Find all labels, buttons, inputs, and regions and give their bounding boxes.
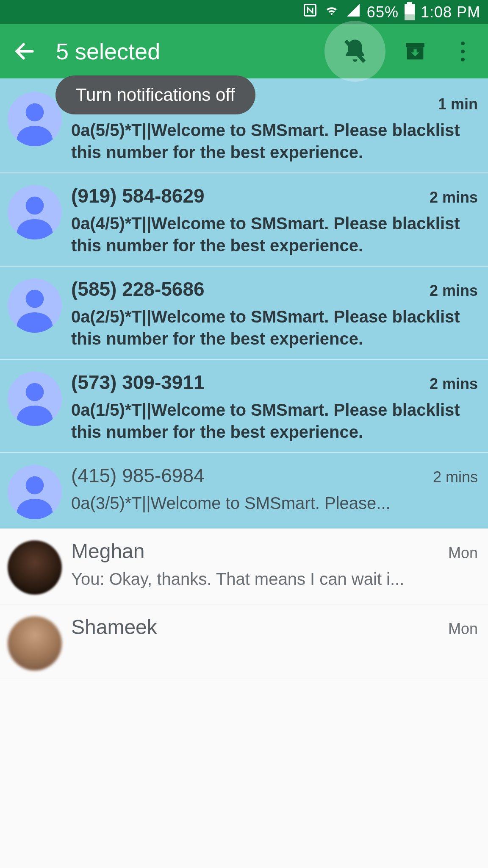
conversation-time: 2 mins xyxy=(433,468,478,486)
conversation-preview: 0a(2/5)*T||Welcome to SMSmart. Please bl… xyxy=(71,306,478,350)
conversation-content: MeghanMonYou: Okay, thanks. That means I… xyxy=(71,538,478,590)
clock-time: 1:08 PM xyxy=(421,3,480,21)
conversation-name: (919) 584-8629 xyxy=(71,184,205,207)
avatar[interactable] xyxy=(8,372,62,426)
more-vert-icon xyxy=(461,42,465,61)
action-bar xyxy=(324,21,476,82)
conversation-name: (585) 228-5686 xyxy=(71,278,205,300)
svg-point-8 xyxy=(26,383,44,401)
avatar[interactable] xyxy=(8,185,62,239)
signal-icon xyxy=(346,3,361,22)
conversation-preview: 0a(4/5)*T||Welcome to SMSmart. Please bl… xyxy=(71,212,478,256)
conversation-time: Mon xyxy=(448,544,478,562)
svg-point-5 xyxy=(26,103,44,122)
conversation-time: 2 mins xyxy=(430,375,478,393)
selection-title: 5 selected xyxy=(56,38,324,64)
avatar[interactable] xyxy=(8,465,62,519)
wifi-icon xyxy=(324,3,340,22)
conversation-row[interactable]: MeghanMonYou: Okay, thanks. That means I… xyxy=(0,529,488,604)
app-bar: 5 selected xyxy=(0,24,488,78)
avatar[interactable] xyxy=(8,278,62,333)
conversation-row[interactable]: ShameekMon xyxy=(0,604,488,680)
conversation-content: (415) 985-69842 mins0a(3/5)*T||Welcome t… xyxy=(71,462,478,514)
conversation-preview: 0a(5/5)*T||Welcome to SMSmart. Please bl… xyxy=(71,119,478,163)
avatar[interactable] xyxy=(8,540,62,595)
mute-notifications-button[interactable] xyxy=(324,21,385,82)
conversation-content: (585) 228-56862 mins0a(2/5)*T||Welcome t… xyxy=(71,276,478,350)
conversation-time: 1 min xyxy=(438,95,478,113)
svg-point-7 xyxy=(26,290,44,308)
avatar[interactable] xyxy=(8,92,62,146)
conversation-name: Shameek xyxy=(71,615,157,639)
svg-rect-3 xyxy=(406,43,424,47)
conversation-list[interactable]: (4...) ... ....1 min0a(5/5)*T||Welcome t… xyxy=(0,78,488,680)
conversation-row[interactable]: (573) 309-39112 mins0a(1/5)*T||Welcome t… xyxy=(0,360,488,453)
conversation-preview: 0a(3/5)*T||Welcome to SMSmart. Please... xyxy=(71,492,478,514)
conversation-preview: 0a(1/5)*T||Welcome to SMSmart. Please bl… xyxy=(71,399,478,443)
conversation-name: (573) 309-3911 xyxy=(71,371,205,394)
conversation-row[interactable]: (585) 228-56862 mins0a(2/5)*T||Welcome t… xyxy=(0,267,488,360)
conversation-time: 2 mins xyxy=(430,282,478,300)
svg-point-6 xyxy=(26,197,44,215)
overflow-menu-button[interactable] xyxy=(449,38,476,65)
conversation-time: Mon xyxy=(448,620,478,638)
conversation-name: (415) 985-6984 xyxy=(71,464,205,487)
battery-icon xyxy=(405,4,415,20)
conversation-row[interactable]: (415) 985-69842 mins0a(3/5)*T||Welcome t… xyxy=(0,453,488,529)
conversation-time: 2 mins xyxy=(430,189,478,206)
nfc-icon xyxy=(302,3,318,22)
archive-icon xyxy=(403,39,427,64)
back-button[interactable] xyxy=(13,39,36,63)
avatar[interactable] xyxy=(8,616,62,670)
conversation-content: (919) 584-86292 mins0a(4/5)*T||Welcome t… xyxy=(71,183,478,256)
conversation-name: Meghan xyxy=(71,540,144,563)
conversation-row[interactable]: (919) 584-86292 mins0a(4/5)*T||Welcome t… xyxy=(0,173,488,267)
conversation-content: (573) 309-39112 mins0a(1/5)*T||Welcome t… xyxy=(71,369,478,443)
conversation-content: ShameekMon xyxy=(71,614,478,644)
bell-off-icon xyxy=(341,37,369,65)
svg-point-9 xyxy=(26,476,44,495)
tooltip: Turn notifications off xyxy=(55,75,255,114)
conversation-preview: You: Okay, thanks. That means I can wait… xyxy=(71,568,478,590)
battery-percent: 65% xyxy=(367,3,399,21)
archive-button[interactable] xyxy=(402,38,429,65)
